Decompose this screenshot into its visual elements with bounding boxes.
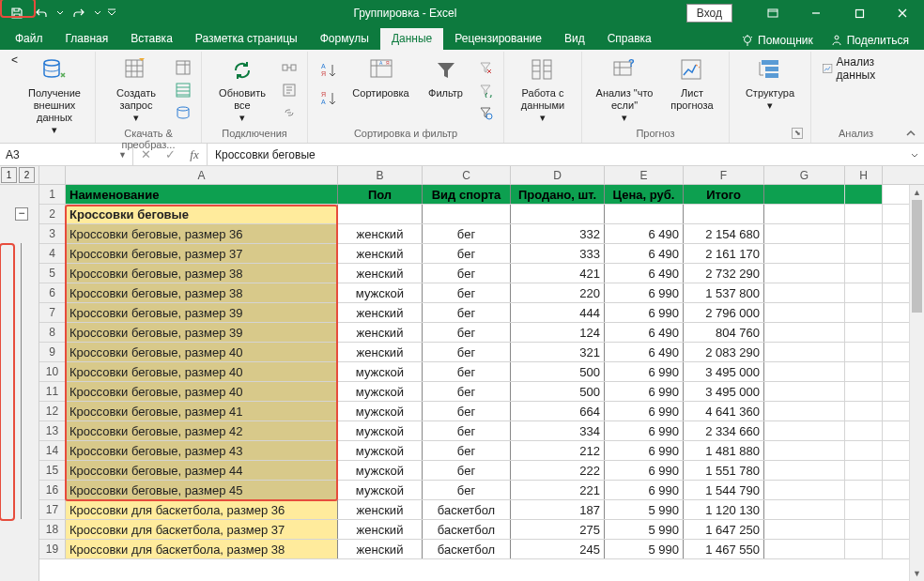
cell[interactable]: Кроссовки беговые, размер 43 (66, 441, 338, 460)
cell[interactable]: 6 490 (605, 224, 684, 243)
outline-collapse[interactable]: − (15, 207, 28, 221)
scroll-thumb[interactable] (912, 200, 922, 313)
tab-help[interactable]: Справка (596, 28, 663, 50)
cell[interactable]: 332 (511, 224, 605, 243)
redo-button[interactable] (68, 2, 90, 24)
cell[interactable]: Кроссовки беговые, размер 40 (66, 382, 338, 401)
cell[interactable]: 4 641 360 (684, 402, 764, 420)
cell[interactable]: бег (423, 402, 511, 420)
cell[interactable]: 6 990 (605, 481, 684, 499)
col-C[interactable]: C (423, 166, 511, 184)
formula-input[interactable]: Кроссовки беговые (208, 144, 905, 165)
cell[interactable] (845, 264, 883, 283)
cell[interactable] (764, 185, 845, 204)
cell[interactable] (845, 441, 883, 460)
col-D[interactable]: D (511, 166, 605, 184)
undo-dropdown[interactable] (54, 2, 66, 24)
cell[interactable] (845, 343, 883, 361)
cell[interactable]: мужской (338, 382, 423, 401)
cell[interactable]: Пол (338, 185, 423, 204)
whatif-analysis[interactable]: ? Анализ "что если" ▾ (590, 54, 659, 126)
col-B[interactable]: B (338, 166, 423, 184)
cell[interactable]: Кроссовки беговые, размер 38 (66, 264, 338, 283)
cell[interactable] (845, 362, 883, 381)
edit-links-btn[interactable] (279, 102, 300, 123)
cell[interactable]: мужской (338, 421, 423, 440)
cell[interactable] (764, 481, 845, 499)
cell[interactable] (845, 461, 883, 480)
tab-file[interactable]: Файл (4, 28, 54, 50)
close-button[interactable] (881, 0, 924, 26)
properties-btn[interactable] (279, 80, 300, 100)
col-F[interactable]: F (684, 166, 764, 184)
cell[interactable]: женский (338, 323, 423, 342)
cell[interactable]: 1 120 130 (684, 500, 764, 519)
cell[interactable] (605, 205, 684, 223)
cell[interactable]: 6 490 (605, 264, 684, 283)
cell[interactable] (845, 283, 883, 302)
select-all[interactable] (39, 166, 66, 184)
row-header[interactable]: 2 (39, 205, 66, 223)
cell[interactable]: мужской (338, 461, 423, 480)
cell[interactable]: Кроссовки для баскетбола, размер 38 (66, 540, 338, 558)
cell[interactable]: 500 (511, 382, 605, 401)
cell[interactable]: бег (423, 362, 511, 381)
cell[interactable]: бег (423, 244, 511, 263)
vertical-scrollbar[interactable]: ▲ ▼ (909, 185, 924, 581)
cell[interactable]: 334 (511, 421, 605, 440)
cell[interactable] (764, 500, 845, 519)
cell[interactable]: 321 (511, 343, 605, 361)
cell[interactable] (684, 205, 764, 223)
cell[interactable]: мужской (338, 441, 423, 460)
cell[interactable]: баскетбол (423, 500, 511, 519)
row-header[interactable]: 1 (39, 185, 66, 204)
cell[interactable]: баскетбол (423, 520, 511, 539)
cell[interactable]: мужской (338, 402, 423, 420)
cell[interactable]: 6 990 (605, 303, 684, 322)
cell[interactable] (511, 205, 605, 223)
row-header[interactable]: 7 (39, 303, 66, 322)
cell[interactable] (845, 303, 883, 322)
cell[interactable]: бег (423, 303, 511, 322)
cell[interactable]: 6 990 (605, 421, 684, 440)
cell[interactable] (845, 520, 883, 539)
tab-layout[interactable]: Разметка страницы (184, 28, 309, 50)
row-header[interactable]: 5 (39, 264, 66, 283)
new-query[interactable]: Создать запрос ▾ (103, 54, 169, 126)
cell[interactable]: бег (423, 481, 511, 499)
cell[interactable]: Кроссовки беговые, размер 42 (66, 421, 338, 440)
cell[interactable]: 124 (511, 323, 605, 342)
cell[interactable]: 6 490 (605, 343, 684, 361)
row-header[interactable]: 6 (39, 283, 66, 302)
cell[interactable] (764, 540, 845, 558)
cell[interactable] (764, 382, 845, 401)
cell[interactable]: 220 (511, 283, 605, 302)
cell[interactable]: Итого (684, 185, 764, 204)
cell[interactable]: 3 495 000 (684, 382, 764, 401)
cell[interactable]: 421 (511, 264, 605, 283)
cell[interactable] (764, 520, 845, 539)
cell[interactable]: 2 334 660 (684, 421, 764, 440)
cell[interactable]: 2 796 000 (684, 303, 764, 322)
cell[interactable] (764, 441, 845, 460)
tab-home[interactable]: Главная (54, 28, 120, 50)
filter-button[interactable]: Фильтр (420, 54, 471, 101)
cell[interactable]: бег (423, 421, 511, 440)
clear-filter[interactable] (475, 57, 496, 78)
cell[interactable] (845, 205, 883, 223)
cell[interactable]: Кроссовки для баскетбола, размер 37 (66, 520, 338, 539)
cell[interactable] (338, 205, 423, 223)
cell[interactable] (845, 224, 883, 243)
row-header[interactable]: 19 (39, 540, 66, 558)
structure-button[interactable]: Структура ▾ (737, 54, 803, 114)
tab-formulas[interactable]: Формулы (309, 28, 380, 50)
minimize-button[interactable] (794, 0, 838, 26)
row-header[interactable]: 17 (39, 500, 66, 519)
row-header[interactable]: 15 (39, 461, 66, 480)
cell[interactable]: 2 732 290 (684, 264, 764, 283)
cell[interactable]: 245 (511, 540, 605, 558)
cell[interactable]: Кроссовки для баскетбола, размер 36 (66, 500, 338, 519)
cell[interactable]: 1 647 250 (684, 520, 764, 539)
tab-review[interactable]: Рецензирование (443, 28, 553, 50)
ribbon-display-options[interactable] (751, 0, 794, 26)
